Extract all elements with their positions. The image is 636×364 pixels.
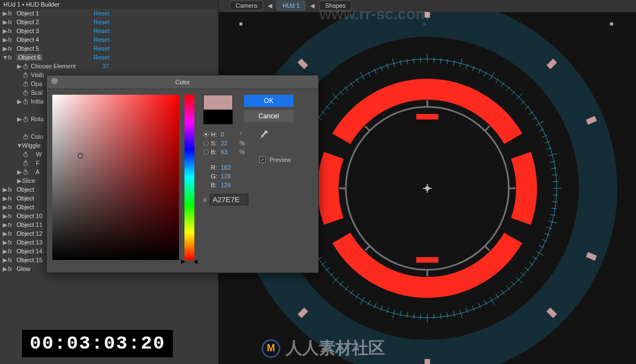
b2-value[interactable]: 126 bbox=[221, 182, 237, 188]
twirl-icon[interactable]: ▶ bbox=[17, 63, 22, 70]
chevron-left-icon: ◀ bbox=[308, 2, 317, 9]
svg-line-66 bbox=[466, 307, 468, 313]
reset-link[interactable]: Reset bbox=[94, 36, 110, 43]
svg-line-46 bbox=[550, 214, 556, 215]
svg-line-156 bbox=[547, 148, 552, 149]
s-value[interactable]: 22 bbox=[221, 140, 237, 146]
hue-slider[interactable]: ▶◀ bbox=[184, 95, 194, 260]
object-row[interactable]: ▼ fx Object 6 Reset bbox=[0, 53, 218, 62]
stopwatch-icon[interactable] bbox=[22, 72, 29, 78]
stopwatch-icon[interactable] bbox=[22, 151, 29, 157]
object-row[interactable]: ▶ fx Object 5 Reset bbox=[0, 44, 218, 53]
twirl-icon[interactable]: ▶ bbox=[2, 186, 8, 193]
logo-icon: M bbox=[262, 339, 280, 358]
svg-rect-20 bbox=[24, 134, 26, 134]
cancel-button[interactable]: Cancel bbox=[244, 110, 293, 122]
twirl-icon[interactable]: ▼ bbox=[2, 54, 8, 61]
twirl-icon[interactable]: ▶ bbox=[2, 10, 8, 17]
twirl-icon[interactable]: ▶ bbox=[2, 221, 8, 229]
ok-button[interactable]: OK bbox=[244, 95, 293, 107]
h-value[interactable]: 0 bbox=[221, 131, 237, 138]
twirl-icon[interactable]: ▶ bbox=[2, 28, 8, 35]
twirl-icon[interactable]: ▶ bbox=[17, 177, 22, 184]
g-label: G: bbox=[211, 173, 219, 180]
object-label: Object 5 bbox=[17, 45, 94, 52]
radio-h[interactable] bbox=[203, 132, 209, 137]
twirl-icon[interactable]: ▶ bbox=[2, 230, 8, 237]
twirl-icon[interactable]: ▶ bbox=[2, 195, 8, 202]
r-label: R: bbox=[211, 164, 219, 171]
svg-line-71 bbox=[434, 313, 434, 319]
reset-link[interactable]: Reset bbox=[94, 19, 110, 25]
svg-line-76 bbox=[400, 311, 401, 317]
radio-s[interactable] bbox=[203, 140, 209, 146]
stopwatch-icon[interactable] bbox=[22, 116, 29, 122]
twirl-icon[interactable]: ▶ bbox=[2, 213, 8, 220]
footer-logo: M 人人素材社区 bbox=[262, 337, 385, 360]
svg-line-155 bbox=[545, 141, 550, 143]
stopwatch-icon[interactable] bbox=[22, 133, 29, 140]
new-color-swatch bbox=[204, 95, 232, 110]
hex-input[interactable] bbox=[210, 194, 248, 205]
stopwatch-icon[interactable] bbox=[22, 98, 29, 105]
g-value[interactable]: 126 bbox=[221, 173, 237, 180]
property-value[interactable]: 37 bbox=[102, 63, 109, 69]
svg-line-127 bbox=[393, 58, 395, 67]
stopwatch-icon[interactable] bbox=[22, 160, 29, 166]
property-row[interactable]: ▶Choose Element37 bbox=[0, 62, 218, 70]
svg-line-128 bbox=[400, 60, 401, 66]
sv-cursor[interactable] bbox=[78, 153, 83, 159]
fx-icon: fx bbox=[8, 37, 17, 43]
twirl-icon[interactable]: ▶ bbox=[17, 98, 22, 105]
svg-line-44 bbox=[552, 201, 558, 202]
svg-rect-8 bbox=[24, 81, 26, 82]
old-color-swatch bbox=[204, 110, 232, 124]
twirl-icon[interactable]: ▶ bbox=[2, 36, 8, 44]
stopwatch-icon[interactable] bbox=[22, 89, 29, 96]
twirl-icon[interactable]: ▶ bbox=[17, 116, 22, 123]
svg-line-158 bbox=[550, 161, 556, 162]
reset-link[interactable]: Reset bbox=[94, 54, 110, 61]
color-swatch bbox=[203, 95, 233, 124]
svg-line-48 bbox=[547, 227, 552, 229]
twirl-icon[interactable]: ▶ bbox=[17, 169, 22, 176]
r-value[interactable]: 162 bbox=[221, 164, 237, 171]
twirl-icon[interactable]: ▶ bbox=[2, 248, 8, 255]
svg-line-170 bbox=[485, 246, 490, 251]
close-icon[interactable] bbox=[51, 78, 58, 84]
property-label: Choose Element bbox=[31, 63, 102, 69]
tab-camera[interactable]: Camera bbox=[230, 1, 263, 10]
object-row[interactable]: ▶ fx Object 3 Reset bbox=[0, 26, 218, 35]
reset-link[interactable]: Reset bbox=[94, 28, 110, 34]
stopwatch-icon[interactable] bbox=[22, 80, 29, 87]
object-row[interactable]: ▶ fx Object 4 Reset bbox=[0, 35, 218, 44]
tab-shapes[interactable]: Shapes bbox=[319, 1, 351, 10]
svg-line-75 bbox=[407, 312, 408, 318]
s-label: S: bbox=[211, 140, 219, 146]
twirl-icon[interactable]: ▶ bbox=[2, 204, 8, 211]
twirl-icon[interactable]: ▼ bbox=[17, 142, 22, 149]
radio-b[interactable] bbox=[203, 149, 209, 155]
reset-link[interactable]: Reset bbox=[94, 45, 110, 52]
svg-line-79 bbox=[380, 305, 383, 310]
b-value[interactable]: 63 bbox=[221, 149, 237, 155]
twirl-icon[interactable]: ▶ bbox=[2, 265, 8, 273]
h-label: H: bbox=[211, 131, 219, 138]
stopwatch-icon[interactable] bbox=[22, 169, 29, 175]
svg-rect-23 bbox=[24, 151, 26, 152]
fx-icon: fx bbox=[8, 222, 17, 228]
preview-checkbox[interactable]: ✓ bbox=[259, 156, 266, 163]
object-row[interactable]: ▶ fx Object 1 Reset bbox=[0, 9, 218, 18]
stopwatch-icon[interactable] bbox=[22, 63, 29, 69]
eyedropper-icon[interactable] bbox=[259, 130, 269, 140]
twirl-icon[interactable]: ▶ bbox=[2, 19, 8, 26]
tab-hud1[interactable]: HUd 1 bbox=[276, 1, 306, 10]
svg-line-117 bbox=[332, 93, 338, 99]
object-row[interactable]: ▶ fx Object 2 Reset bbox=[0, 18, 218, 26]
object-label: Object 1 bbox=[17, 10, 94, 17]
saturation-value-field[interactable] bbox=[52, 95, 179, 260]
reset-link[interactable]: Reset bbox=[94, 10, 110, 17]
twirl-icon[interactable]: ▶ bbox=[2, 257, 8, 264]
twirl-icon[interactable]: ▶ bbox=[2, 45, 8, 52]
twirl-icon[interactable]: ▶ bbox=[2, 239, 8, 246]
